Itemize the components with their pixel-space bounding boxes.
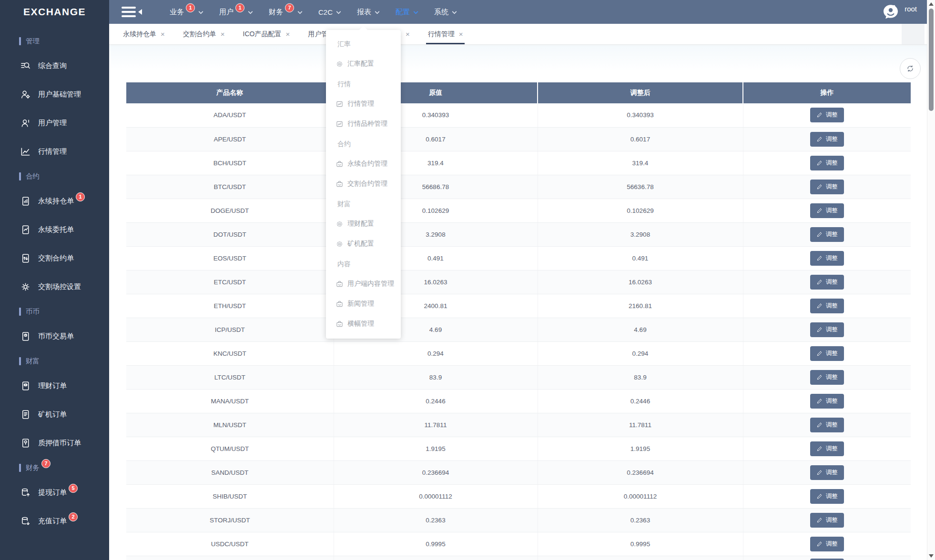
adjust-button[interactable]: 调整 [810,180,844,194]
menu-item[interactable]: 永续合约管理 [326,154,401,174]
sidebar-item[interactable]: 充值订单2 [0,507,109,535]
menu-item[interactable]: 交割合约管理 [326,174,401,194]
topnav-item[interactable]: 报表 [349,0,388,24]
sidebar-item-label: 质押借币订单 [38,439,81,448]
collapse-menu-button[interactable] [122,7,142,17]
tab-close-icon[interactable]: × [459,30,463,38]
chart-line-icon [20,146,31,157]
page-scrollbar[interactable] [927,0,935,560]
scroll-down-arrow-icon[interactable] [929,554,934,558]
table-row: BCH/USDT319.4319.4调整 [126,151,911,175]
sidebar-item[interactable]: 提现订单5 [0,478,109,507]
refresh-button[interactable] [900,58,921,79]
empty-cell [334,556,538,560]
original-value-cell: 83.9 [334,365,538,389]
tab[interactable]: 永续持仓单× [114,24,174,44]
sidebar-item[interactable]: 矿机订单 [0,400,109,429]
table-row: ETH/USDT2400.812160.81调整 [126,294,911,318]
sidebar-item[interactable]: 交割合约单 [0,244,109,272]
adjust-button[interactable]: 调整 [810,203,844,218]
doc-lock-icon [20,438,31,449]
topnav-item[interactable]: 用户1 [212,0,261,24]
tab-close-icon[interactable]: × [285,30,290,38]
app-logo: EXCHANGE [0,0,109,24]
table-row: EOS/USDT0.4910.491调整 [126,246,911,270]
adjust-button[interactable]: 调整 [810,441,844,456]
adjust-button[interactable]: 调整 [810,370,844,385]
pencil-icon [816,422,823,428]
product-cell: LTC/USDT [126,365,334,389]
sidebar-item[interactable]: 用户基础管理 [0,80,109,109]
tabbar: 永续持仓单×交割合约单×ICO产品配置×用户管理×交割场控设置×行情管理× [109,24,935,45]
adjust-button[interactable]: 调整 [810,156,844,170]
adjust-button[interactable]: 调整 [810,418,844,432]
adjust-button[interactable]: 调整 [810,227,844,242]
menu-item-label: 交割合约管理 [347,180,387,188]
product-cell: BCH/USDT [126,151,334,175]
adjust-button[interactable]: 调整 [810,489,844,504]
menu-item[interactable]: 用户端内容管理 [326,274,401,294]
topnav-item[interactable]: 业务1 [162,0,212,24]
adjust-button[interactable]: 调整 [810,132,844,147]
chart-small-icon [336,100,343,108]
topnav-item[interactable]: C2C [311,0,349,24]
menu-item-label: 永续合约管理 [347,160,387,168]
tab-close-icon[interactable]: × [406,30,410,38]
adjust-button-label: 调整 [826,302,838,310]
menu-item[interactable]: 新闻管理 [326,294,401,314]
sidebar-item[interactable]: 币币交易单 [0,322,109,350]
sidebar-item[interactable]: 永续委托单 [0,215,109,244]
adjust-button[interactable]: 调整 [810,559,844,560]
menu-item[interactable]: 矿机配置 [326,234,401,254]
config-dropdown-body: 汇率汇率配置行情行情管理行情品种管理合约永续合约管理交割合约管理财富理财配置矿机… [326,34,401,334]
gear-small-icon [336,220,343,228]
topnav-item[interactable]: 财务7 [261,0,311,24]
adjust-button-label: 调整 [826,540,838,548]
pencil-icon [816,184,823,190]
menu-item[interactable]: 理财配置 [326,214,401,234]
sidebar-item[interactable]: 综合查询 [0,51,109,80]
adjusted-value-cell: 0.340393 [538,103,743,127]
sidebar-item[interactable]: 用户管理 [0,109,109,137]
adjust-button[interactable]: 调整 [810,346,844,361]
sidebar-item[interactable]: 行情管理 [0,137,109,166]
adjust-button[interactable]: 调整 [810,299,844,313]
menu-item[interactable]: 横幅管理 [326,314,401,334]
sidebar-item[interactable]: 永续持仓单1 [0,187,109,215]
adjust-button[interactable]: 调整 [810,537,844,551]
adjust-button[interactable]: 调整 [810,394,844,409]
menu-item[interactable]: 汇率配置 [326,54,401,74]
adjust-button[interactable]: 调整 [810,108,844,122]
sidebar-item[interactable]: 质押借币订单 [0,429,109,457]
user-menu[interactable]: root [882,3,917,21]
tab-close-icon[interactable]: × [221,30,225,38]
scroll-up-arrow-icon[interactable] [929,2,934,6]
menu-item[interactable]: 行情品种管理 [326,114,401,134]
tab-overflow-button[interactable] [902,24,925,44]
tab[interactable]: ICO产品配置× [234,24,299,44]
sidebar-item[interactable]: 交割场控设置 [0,272,109,301]
adjust-button-label: 调整 [826,421,838,429]
adjust-button[interactable]: 调整 [810,465,844,480]
chevron-down-icon [297,10,303,16]
adjust-button[interactable]: 调整 [810,251,844,266]
tab[interactable]: 交割合约单× [174,24,234,44]
original-value-cell: 0.9995 [334,532,538,556]
column-header: 操作 [743,82,911,103]
sidebar-item[interactable]: 理财订单 [0,371,109,400]
tab[interactable]: 行情管理× [419,24,472,44]
adjust-button-label: 调整 [826,183,838,191]
menu-group-label: 合约 [326,134,401,154]
scrollbar-thumb[interactable] [929,9,934,111]
table-row: LTC/USDT83.983.9调整 [126,365,911,389]
menu-item[interactable]: 行情管理 [326,94,401,114]
table-row: QTUM/USDT1.91951.9195调整 [126,437,911,460]
adjust-button[interactable]: 调整 [810,275,844,290]
adjust-button[interactable]: 调整 [810,513,844,528]
adjust-button[interactable]: 调整 [810,322,844,337]
adjusted-value-cell: 56636.78 [538,175,743,199]
db-down-icon [20,516,31,527]
topnav-item[interactable]: 配置 [388,0,427,24]
topnav-item[interactable]: 系统 [427,0,465,24]
tab-close-icon[interactable]: × [161,30,165,38]
